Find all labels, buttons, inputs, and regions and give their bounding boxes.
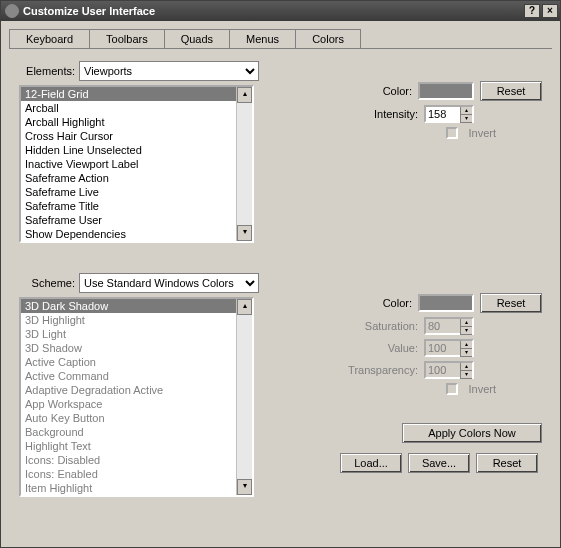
color-swatch-2[interactable] [418, 294, 474, 312]
elements-listbox[interactable]: 12-Field GridArcballArcball HighlightCro… [19, 85, 254, 243]
spin-down-icon: ▾ [460, 349, 472, 357]
tab-colors[interactable]: Colors [295, 29, 361, 48]
transparency-label: Transparency: [328, 364, 418, 376]
list-item[interactable]: Hidden Line Unselected [21, 143, 236, 157]
spin-up-icon[interactable]: ▴ [460, 107, 472, 115]
list-item[interactable]: Safeframe User [21, 213, 236, 227]
list-item[interactable]: Safeframe Action [21, 171, 236, 185]
scrollbar[interactable]: ▴ ▾ [236, 87, 252, 241]
app-icon [5, 4, 19, 18]
apply-colors-button[interactable]: Apply Colors Now [402, 423, 542, 443]
tab-strip: Keyboard Toolbars Quads Menus Colors [1, 21, 560, 48]
intensity-input[interactable] [426, 107, 460, 121]
value-spinner: ▴▾ [424, 339, 474, 357]
saturation-spinner: ▴▾ [424, 317, 474, 335]
color-label: Color: [322, 85, 412, 97]
elements-combo[interactable]: Viewports [79, 61, 259, 81]
list-item[interactable]: 3D Highlight [21, 313, 236, 327]
list-item[interactable]: Cross Hair Cursor [21, 129, 236, 143]
list-item[interactable]: Arcball [21, 101, 236, 115]
list-item[interactable]: Modifier Selection [21, 495, 236, 497]
scroll-up-icon[interactable]: ▴ [237, 87, 252, 103]
spin-down-icon: ▾ [460, 371, 472, 379]
list-item[interactable]: 12-Field Grid [21, 87, 236, 101]
spin-up-icon: ▴ [460, 341, 472, 349]
list-item[interactable]: 3D Shadow [21, 341, 236, 355]
list-item[interactable]: Arcball Highlight [21, 115, 236, 129]
tab-quads[interactable]: Quads [164, 29, 230, 48]
list-item[interactable]: Safeframe Live [21, 185, 236, 199]
reset-color-1-button[interactable]: Reset [480, 81, 542, 101]
intensity-label: Intensity: [328, 108, 418, 120]
reset-color-2-button[interactable]: Reset [480, 293, 542, 313]
color-label-2: Color: [322, 297, 412, 309]
spin-up-icon: ▴ [460, 363, 472, 371]
list-item[interactable]: Auto Key Button [21, 411, 236, 425]
list-item[interactable]: Inactive Viewport Label [21, 157, 236, 171]
load-button[interactable]: Load... [340, 453, 402, 473]
close-button[interactable]: × [542, 4, 558, 18]
elements-label: Elements: [19, 65, 75, 77]
list-item[interactable]: Safeframe Title [21, 199, 236, 213]
list-item[interactable]: Icons: Disabled [21, 453, 236, 467]
titlebar: Customize User Interface ? × [1, 1, 560, 21]
spin-down-icon[interactable]: ▾ [460, 115, 472, 123]
reset-button[interactable]: Reset [476, 453, 538, 473]
scroll-up-icon[interactable]: ▴ [237, 299, 252, 315]
tab-menus[interactable]: Menus [229, 29, 296, 48]
customize-ui-window: Customize User Interface ? × Keyboard To… [0, 0, 561, 548]
list-item[interactable]: 3D Dark Shadow [21, 299, 236, 313]
list-item[interactable]: Item Highlight [21, 481, 236, 495]
saturation-label: Saturation: [328, 320, 418, 332]
scroll-down-icon[interactable]: ▾ [237, 479, 252, 495]
scheme-label: Scheme: [19, 277, 75, 289]
window-title: Customize User Interface [23, 5, 155, 17]
intensity-spinner[interactable]: ▴▾ [424, 105, 474, 123]
invert-label-1: Invert [468, 127, 496, 139]
invert-checkbox-2 [446, 383, 458, 395]
list-item[interactable]: Active Command [21, 369, 236, 383]
scheme-listbox[interactable]: 3D Dark Shadow3D Highlight3D Light3D Sha… [19, 297, 254, 497]
list-item[interactable]: App Workspace [21, 397, 236, 411]
transparency-spinner: ▴▾ [424, 361, 474, 379]
list-item[interactable]: Show Dependencies [21, 227, 236, 241]
list-item[interactable]: 3D Light [21, 327, 236, 341]
spin-down-icon: ▾ [460, 327, 472, 335]
scroll-down-icon[interactable]: ▾ [237, 225, 252, 241]
tab-toolbars[interactable]: Toolbars [89, 29, 165, 48]
list-item[interactable]: Active Caption [21, 355, 236, 369]
help-button[interactable]: ? [524, 4, 540, 18]
list-item[interactable]: Highlight Text [21, 439, 236, 453]
scheme-combo[interactable]: Use Standard Windows Colors [79, 273, 259, 293]
save-button[interactable]: Save... [408, 453, 470, 473]
tab-keyboard[interactable]: Keyboard [9, 29, 90, 48]
color-swatch-1[interactable] [418, 82, 474, 100]
value-label: Value: [328, 342, 418, 354]
spin-up-icon: ▴ [460, 319, 472, 327]
value-input [426, 341, 460, 355]
invert-checkbox-1 [446, 127, 458, 139]
invert-label-2: Invert [468, 383, 496, 395]
transparency-input [426, 363, 460, 377]
scrollbar[interactable]: ▴ ▾ [236, 299, 252, 495]
list-item[interactable]: Adaptive Degradation Active [21, 383, 236, 397]
saturation-input [426, 319, 460, 333]
list-item[interactable]: Icons: Enabled [21, 467, 236, 481]
list-item[interactable]: Background [21, 425, 236, 439]
list-item[interactable]: Statistics [21, 241, 236, 243]
